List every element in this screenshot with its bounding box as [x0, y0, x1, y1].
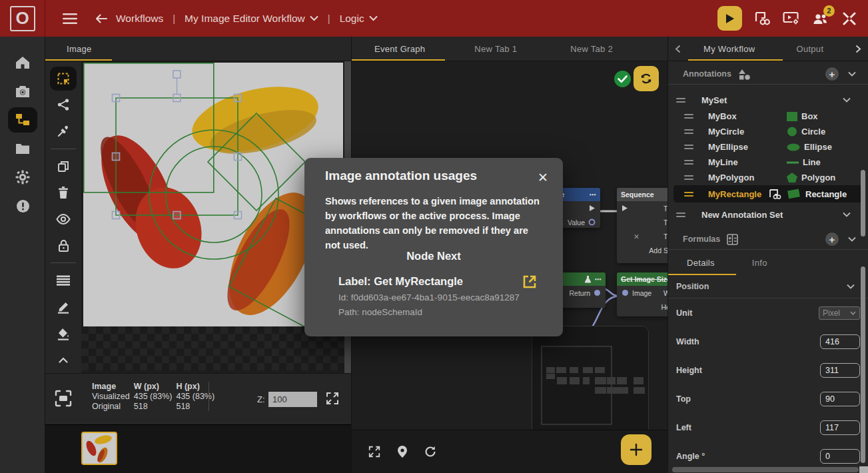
collapse-annotations-icon[interactable] [848, 71, 856, 77]
annotation-set-new[interactable]: New Annotation Set [668, 205, 868, 224]
left-input[interactable] [820, 420, 860, 435]
dialog-close-icon[interactable]: ✕ [538, 170, 548, 185]
collapse-formulas-icon[interactable] [848, 236, 856, 242]
inspector-scrollbar-thumb[interactable] [861, 170, 865, 236]
zoom-input[interactable] [268, 392, 317, 407]
plus-icon [630, 443, 643, 456]
visualized-height: 435 (83%) [176, 392, 218, 402]
tabs-scroll-left-icon[interactable] [675, 45, 681, 53]
tab-my-workflow[interactable]: My Workflow [681, 37, 777, 61]
breadcrumb-workflows[interactable]: Workflows [116, 13, 163, 25]
drag-handle-icon[interactable] [684, 145, 693, 149]
annotation-name: MyPolygon [708, 173, 787, 183]
chevron-down-icon[interactable] [369, 15, 378, 21]
nav-home[interactable] [8, 50, 37, 75]
tab-event-graph[interactable]: Event Graph [352, 37, 448, 61]
height-input[interactable] [820, 363, 860, 378]
nav-camera[interactable] [8, 79, 37, 104]
open-node-external-icon[interactable] [522, 274, 538, 290]
position-section-header[interactable]: Position [668, 275, 868, 298]
tab-details[interactable]: Details [687, 258, 715, 268]
drag-handle-icon[interactable] [684, 175, 693, 180]
chevron-down-icon[interactable] [847, 284, 855, 289]
unit-select[interactable]: Pixel [819, 306, 860, 320]
angle-input[interactable] [820, 449, 860, 464]
inspector-horizontal-scrollbar[interactable] [668, 466, 868, 473]
chevron-down-icon[interactable] [310, 15, 318, 21]
visibility-tool[interactable] [50, 207, 77, 231]
nav-settings[interactable] [8, 165, 37, 190]
graph-minimap[interactable] [532, 326, 649, 444]
layers-list-tool[interactable] [50, 268, 77, 292]
annotations-title: Annotations [683, 69, 731, 79]
usages-icon[interactable] [769, 189, 781, 200]
mode-dropdown[interactable]: Logic [340, 13, 364, 25]
drag-handle-icon[interactable] [676, 213, 685, 217]
nav-workflow-editor[interactable] [8, 107, 37, 133]
marquee-select-tool[interactable] [50, 67, 77, 91]
back-arrow-icon[interactable] [95, 13, 108, 24]
chevron-down-icon[interactable] [843, 97, 851, 103]
tab-info[interactable]: Info [752, 258, 767, 268]
close-tools-icon[interactable] [841, 11, 857, 27]
duplicate-tool[interactable] [50, 155, 77, 179]
nav-files[interactable] [8, 136, 37, 161]
drag-handle-icon[interactable] [684, 129, 693, 134]
run-workflow-button[interactable] [717, 6, 742, 31]
annotation-item-myellipse[interactable]: MyEllipse Ellipse [668, 139, 868, 155]
annotation-set-myset[interactable]: MySet [668, 91, 868, 109]
collapse-toolbar-button[interactable] [50, 348, 77, 372]
fullscreen-icon[interactable] [325, 391, 340, 406]
graph-locate-icon[interactable] [397, 445, 408, 458]
tabs-scroll-right-icon[interactable] [855, 45, 861, 53]
add-node-button[interactable] [621, 434, 651, 465]
logo-container[interactable]: O [0, 0, 45, 37]
fit-view-icon[interactable] [55, 390, 72, 407]
remove-socket-icon[interactable]: ✕ [634, 233, 640, 240]
app-logo: O [10, 6, 35, 31]
delete-tool[interactable] [50, 181, 77, 205]
graph-refresh-icon[interactable] [424, 445, 437, 458]
annotation-item-mybox[interactable]: MyBox Box [668, 109, 868, 124]
add-annotation-set-button[interactable]: + [825, 67, 839, 81]
drag-handle-icon[interactable] [684, 114, 693, 119]
annotation-usages-icon[interactable] [754, 11, 771, 27]
inspector-scrollbar-thumb[interactable] [861, 266, 865, 463]
add-formula-button[interactable]: + [825, 233, 839, 246]
process-settings-icon[interactable] [783, 11, 800, 26]
graph-fullscreen-icon[interactable] [368, 445, 381, 458]
draw-annotation-tool[interactable] [50, 295, 77, 319]
chevron-down-icon[interactable] [843, 212, 851, 217]
fill-annotation-tool[interactable] [50, 322, 77, 346]
scrollbar-thumb[interactable] [672, 467, 859, 472]
nav-alerts[interactable] [8, 193, 37, 219]
tab-new-tab-1[interactable]: New Tab 1 [448, 37, 544, 61]
drag-handle-icon[interactable] [684, 160, 693, 165]
annotation-item-myrectangle-selected[interactable]: MyRectangle Rectangle [673, 185, 863, 203]
node-sequence[interactable]: Sequence The The ✕ The Add Soc [617, 188, 668, 263]
annotation-item-mycircle[interactable]: MyCircle Circle [668, 124, 868, 139]
node-get-image-size[interactable]: Get Image Size Image Wid Heig [617, 272, 668, 316]
workflow-name-dropdown[interactable]: My Image Editor Workflow [185, 13, 305, 25]
users-icon[interactable]: 2 [812, 11, 829, 26]
tab-output[interactable]: Output [777, 37, 842, 61]
width-input[interactable] [820, 334, 860, 349]
image-thumbnail[interactable] [81, 432, 117, 465]
share-tool[interactable] [50, 93, 77, 117]
node-menu-icon[interactable]: ⋯ [590, 191, 597, 199]
tab-image[interactable]: Image [45, 37, 104, 61]
lock-tool[interactable] [50, 234, 77, 258]
add-socket-label[interactable]: Add Soc [649, 246, 668, 254]
drag-handle-icon[interactable] [676, 98, 685, 103]
eyedropper-tool[interactable] [50, 119, 77, 143]
annotation-type: Polygon [801, 173, 835, 183]
original-height: 518 [176, 402, 218, 412]
tab-new-tab-2[interactable]: New Tab 2 [544, 37, 640, 61]
drag-handle-icon[interactable] [684, 192, 693, 197]
annotation-item-myline[interactable]: MyLine Line [668, 155, 868, 170]
top-input[interactable] [820, 392, 860, 406]
node-menu-icon[interactable]: ⋯ [595, 275, 602, 283]
sync-graph-button[interactable] [634, 66, 659, 91]
hamburger-menu-icon[interactable] [63, 13, 77, 25]
annotation-item-mypolygon[interactable]: MyPolygon Polygon [668, 170, 868, 185]
